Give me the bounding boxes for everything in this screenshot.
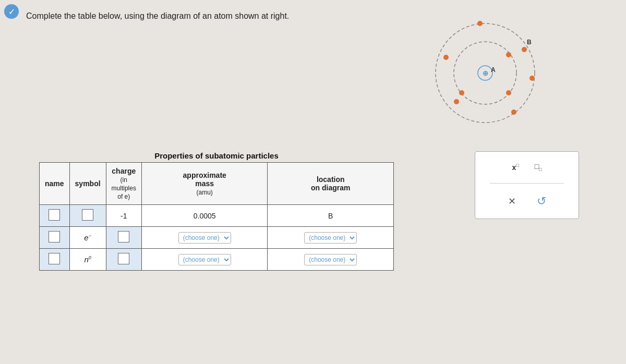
svg-text:⊕: ⊕ (483, 69, 488, 77)
col-symbol: symbol (69, 163, 106, 205)
row2-symbol-cell: e− (69, 227, 106, 249)
row3-location-cell[interactable]: (choose one) (268, 249, 394, 271)
table-header-row: name symbol charge(in multiples of e) ap… (40, 163, 394, 205)
row2-charge-cell[interactable] (106, 227, 141, 249)
svg-point-6 (511, 110, 516, 115)
row2-name-input[interactable] (49, 231, 60, 242)
row1-mass-cell: 0.0005 (141, 205, 268, 227)
svg-point-11 (459, 90, 464, 95)
row2-name-cell[interactable] (40, 227, 70, 249)
row1-charge-cell: -1 (106, 205, 141, 227)
table-title: Properties of subatomic particles (39, 151, 394, 160)
col-charge: charge(in multiples of e) (106, 163, 141, 205)
row3-mass-select[interactable]: (choose one) (178, 254, 231, 265)
row2-location-select[interactable]: (choose one) (304, 232, 357, 244)
atom-label-a: A (491, 66, 496, 74)
x-icon: ✕ (508, 196, 516, 207)
svg-point-8 (454, 99, 459, 104)
row3-symbol-cell: n0 (69, 249, 106, 271)
undo-icon: ↺ (537, 195, 546, 208)
svg-point-4 (522, 47, 527, 52)
row2-location-cell[interactable]: (choose one) (268, 227, 394, 249)
svg-point-9 (477, 21, 483, 26)
undo-button[interactable]: ↺ (537, 195, 546, 208)
row1-location-cell: B (268, 205, 394, 227)
row3-charge-input[interactable] (118, 253, 129, 264)
row3-charge-cell[interactable] (106, 249, 141, 271)
svg-point-5 (529, 76, 535, 81)
format-bottom-row: ✕ ↺ (480, 195, 573, 208)
row2-mass-cell[interactable]: (choose one) (141, 227, 268, 249)
row3-location-select[interactable]: (choose one) (304, 254, 357, 265)
row3-mass-cell[interactable]: (choose one) (141, 249, 268, 271)
row1-name-input[interactable] (49, 209, 60, 221)
row1-symbol-input[interactable] (82, 209, 93, 221)
properties-table-wrapper: Properties of subatomic particles name s… (39, 151, 394, 271)
row3-name-input[interactable] (49, 253, 60, 264)
table-row: e− (choose one) (choose one) (40, 227, 394, 249)
format-panel: x□ □□ ✕ ↺ (475, 151, 579, 219)
col-name: name (40, 163, 70, 205)
row3-name-cell[interactable] (40, 249, 70, 271)
col-mass: approximatemass(amu) (141, 163, 268, 205)
format-top-row: x□ □□ (480, 162, 573, 172)
superscript-button[interactable]: x□ (512, 163, 519, 172)
svg-point-7 (443, 55, 449, 60)
row2-mass-select[interactable]: (choose one) (178, 232, 231, 244)
instruction-text: Complete the table below, using the diag… (26, 11, 289, 21)
properties-table: name symbol charge(in multiples of e) ap… (39, 162, 394, 271)
format-divider (490, 183, 564, 184)
subscript-button[interactable]: □□ (535, 162, 542, 172)
clear-button[interactable]: ✕ (508, 196, 516, 207)
row1-symbol-cell[interactable] (69, 205, 106, 227)
row2-charge-input[interactable] (118, 231, 129, 242)
svg-point-12 (506, 90, 511, 95)
subscript-icon: □□ (535, 162, 542, 172)
svg-point-10 (506, 52, 511, 57)
table-row: -1 0.0005 B (40, 205, 394, 227)
superscript-icon: x□ (512, 163, 519, 172)
check-circle: ✓ (4, 4, 19, 19)
row1-name-cell[interactable] (40, 205, 70, 227)
check-icon: ✓ (8, 7, 15, 17)
atom-diagram: ⊕ A B (428, 16, 543, 130)
table-row: n0 (choose one) (choose one) (40, 249, 394, 271)
col-location: locationon diagram (268, 163, 394, 205)
atom-label-b: B (527, 39, 532, 46)
